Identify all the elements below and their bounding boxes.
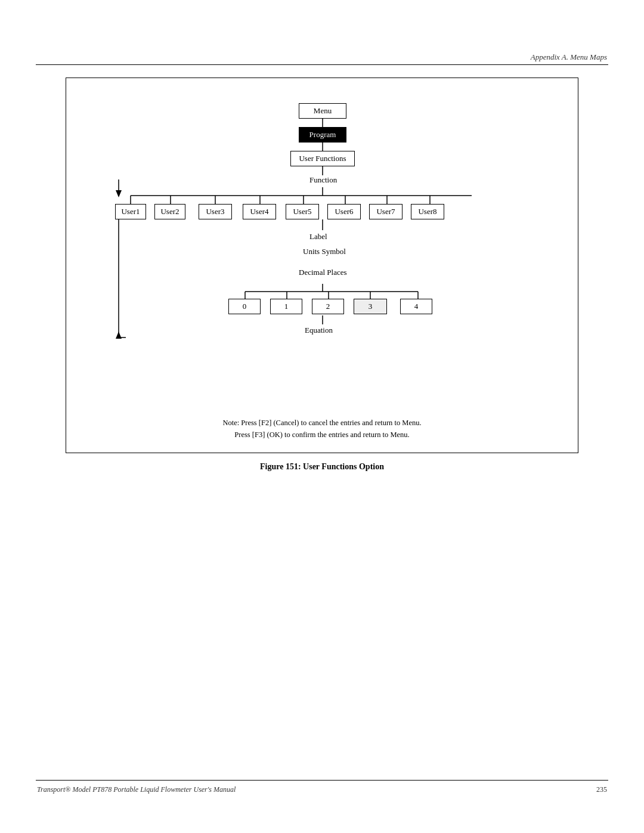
footer-left: Transport® Model PT878 Portable Liquid F… [37, 785, 236, 794]
header-text: Appendix A. Menu Maps [531, 52, 607, 62]
user4-box: User4 [243, 204, 276, 219]
footer-line [36, 780, 608, 781]
user1-box: User1 [115, 204, 146, 219]
function-label: Function [309, 175, 337, 185]
figure-note: Note: Press [F2] (Cancel) to cancel the … [84, 417, 560, 441]
user7-box: User7 [369, 204, 402, 219]
user8-box: User8 [411, 204, 444, 219]
program-box: Program [299, 127, 346, 143]
decimal-2-box: 2 [312, 299, 344, 314]
decimal-3-box: 3 [354, 299, 387, 314]
user2-box: User2 [154, 204, 185, 219]
decimal-places-text: Decimal Places [299, 268, 347, 277]
user6-box: User6 [327, 204, 361, 219]
user-functions-box: User Functions [290, 151, 355, 166]
header-line [36, 64, 608, 65]
svg-marker-14 [116, 190, 122, 197]
user5-box: User5 [286, 204, 319, 219]
decimal-0-box: 0 [228, 299, 261, 314]
label-text: Label [309, 232, 327, 241]
figure-box: Menu Program User Functions Function Use… [66, 78, 578, 453]
footer-right: 235 [596, 785, 607, 794]
equation-text: Equation [305, 326, 333, 335]
units-symbol-text: Units Symbol [303, 247, 346, 256]
user3-box: User3 [199, 204, 232, 219]
decimal-4-box: 4 [400, 299, 432, 314]
menu-box: Menu [299, 103, 346, 119]
decimal-1-box: 1 [270, 299, 302, 314]
figure-caption: Figure 151: User Functions Option [0, 462, 644, 472]
svg-marker-17 [116, 332, 122, 339]
